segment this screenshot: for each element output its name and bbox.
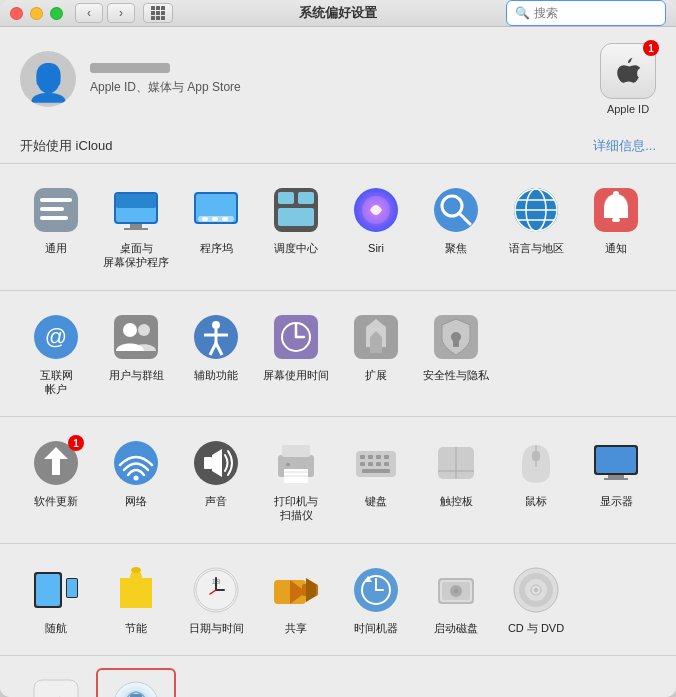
svg-rect-58 [282, 445, 310, 457]
sidecar-icon [30, 564, 82, 616]
apple-id-button[interactable]: 1 Apple ID [600, 43, 656, 115]
profile-subtitle: Apple ID、媒体与 App Store [90, 79, 241, 96]
pref-item-screentime[interactable]: 屏幕使用时间 [256, 303, 336, 405]
search-input[interactable] [534, 6, 657, 20]
mouse-label: 鼠标 [525, 494, 547, 508]
svg-rect-70 [376, 462, 381, 466]
svg-rect-3 [40, 216, 68, 220]
timemachine-label: 时间机器 [354, 621, 398, 635]
security-label: 安全性与隐私 [423, 368, 489, 382]
pref-item-displays[interactable]: 显示器 [576, 429, 656, 531]
svg-rect-108 [34, 680, 78, 697]
accessibility-label: 辅助功能 [194, 368, 238, 382]
pref-item-spotlight[interactable]: 聚焦 [416, 176, 496, 278]
sidecar-label: 随航 [45, 621, 67, 635]
titlebar: ‹ › 系统偏好设置 🔍 [0, 0, 676, 27]
profile-left: 👤 Apple ID、媒体与 App Store [20, 51, 241, 107]
spotlight-icon [430, 184, 482, 236]
svg-point-107 [534, 588, 538, 592]
pref-item-cddvd[interactable]: CD 与 DVD [496, 556, 576, 643]
pref-item-users[interactable]: 用户与群组 [96, 303, 176, 405]
general-icon [30, 184, 82, 236]
svg-rect-6 [116, 194, 156, 208]
svg-rect-60 [286, 463, 290, 466]
pref-item-sound[interactable]: 声音 [176, 429, 256, 531]
svg-rect-62 [284, 475, 308, 477]
trackpad-label: 触控板 [440, 494, 473, 508]
svg-rect-69 [368, 462, 373, 466]
window-title: 系统偏好设置 [299, 4, 377, 22]
pref-item-desktop[interactable]: 桌面与 屏幕保护程序 [96, 176, 176, 278]
datetime-label: 日期与时间 [189, 621, 244, 635]
pref-item-battery[interactable]: 节能 [96, 556, 176, 643]
pref-item-accessibility[interactable]: 辅助功能 [176, 303, 256, 405]
pref-item-java[interactable]: ☕ Java [16, 668, 96, 697]
pref-item-mouse[interactable]: 鼠标 [496, 429, 576, 531]
apple-id-label: Apple ID [607, 103, 649, 115]
pref-item-siri[interactable]: Siri [336, 176, 416, 278]
minimize-button[interactable] [30, 7, 43, 20]
mission-label: 调度中心 [274, 241, 318, 255]
grid-icon [151, 6, 165, 20]
pref-item-trackpad[interactable]: 触控板 [416, 429, 496, 531]
network-icon [110, 437, 162, 489]
fullscreen-button[interactable] [50, 7, 63, 20]
pref-item-keyboard[interactable]: 键盘 [336, 429, 416, 531]
close-button[interactable] [10, 7, 23, 20]
siri-label: Siri [368, 241, 384, 255]
screentime-icon [270, 311, 322, 363]
keyboard-icon [350, 437, 402, 489]
pref-item-datetime[interactable]: 18 日期与时间 [176, 556, 256, 643]
software-icon: 1 [30, 437, 82, 489]
displays-label: 显示器 [600, 494, 633, 508]
pref-item-security[interactable]: 安全性与隐私 [416, 303, 496, 405]
pref-grid-3: 1 软件更新 网络 声音 [16, 429, 660, 531]
pref-item-mysql[interactable]: MySQL [96, 668, 176, 697]
svg-rect-71 [384, 462, 389, 466]
pref-item-extensions[interactable]: 扩展 [336, 303, 416, 405]
svg-rect-68 [360, 462, 365, 466]
svg-point-86 [131, 567, 141, 573]
svg-rect-1 [40, 198, 72, 202]
grid-view-button[interactable] [143, 3, 173, 23]
svg-rect-51 [453, 339, 459, 347]
svg-text:@: @ [45, 324, 67, 349]
pref-item-timemachine[interactable]: 时间机器 [336, 556, 416, 643]
siri-icon [350, 184, 402, 236]
pref-item-dock[interactable]: 程序坞 [176, 176, 256, 278]
language-icon [510, 184, 562, 236]
pref-item-network[interactable]: 网络 [96, 429, 176, 531]
profile-section: 👤 Apple ID、媒体与 App Store 1 Apple ID [0, 27, 676, 131]
mouse-icon [510, 437, 562, 489]
dock-icon [190, 184, 242, 236]
cddvd-icon [510, 564, 562, 616]
printers-label: 打印机与 扫描仪 [274, 494, 318, 523]
svg-rect-77 [532, 451, 540, 461]
pref-grid-4: 随航 节能 18 日期与时间 共享 [16, 556, 660, 643]
pref-item-language[interactable]: 语言与地区 [496, 176, 576, 278]
icloud-link[interactable]: 详细信息... [593, 137, 656, 155]
printers-icon [270, 437, 322, 489]
pref-item-internet[interactable]: @ 互联网 帐户 [16, 303, 96, 405]
traffic-lights [10, 7, 63, 20]
pref-item-notifications[interactable]: 通知 [576, 176, 656, 278]
pref-item-mission[interactable]: 调度中心 [256, 176, 336, 278]
pref-item-sidecar[interactable]: 随航 [16, 556, 96, 643]
pref-item-startup[interactable]: 启动磁盘 [416, 556, 496, 643]
back-button[interactable]: ‹ [75, 3, 103, 23]
pref-section-4: 随航 节能 18 日期与时间 共享 [0, 544, 676, 656]
forward-button[interactable]: › [107, 3, 135, 23]
pref-item-printers[interactable]: 打印机与 扫描仪 [256, 429, 336, 531]
pref-item-software[interactable]: 1 软件更新 [16, 429, 96, 531]
svg-rect-7 [130, 224, 142, 228]
pref-section-1: 通用 桌面与 屏幕保护程序 程序坞 调度中心 [0, 164, 676, 291]
pref-section-3: 1 软件更新 网络 声音 [0, 417, 676, 544]
startup-label: 启动磁盘 [434, 621, 478, 635]
pref-item-general[interactable]: 通用 [16, 176, 96, 278]
icloud-bar: 开始使用 iCloud 详细信息... [0, 131, 676, 164]
pref-item-sharing[interactable]: 共享 [256, 556, 336, 643]
icloud-text: 开始使用 iCloud [20, 137, 112, 155]
search-box[interactable]: 🔍 [506, 0, 666, 26]
svg-point-103 [454, 589, 458, 593]
svg-rect-85 [67, 579, 77, 597]
